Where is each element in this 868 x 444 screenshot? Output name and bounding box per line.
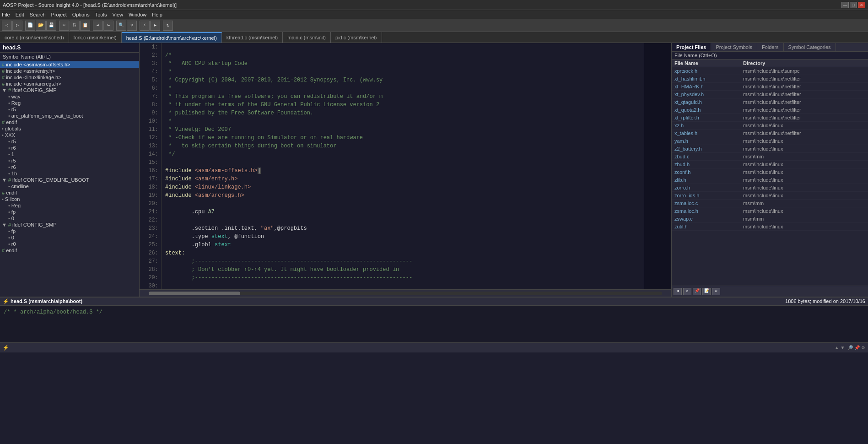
rp-btn-1[interactable]: ◀ <box>674 288 682 295</box>
close-button[interactable]: ✕ <box>858 2 865 8</box>
tree-item-include-linux-linkage[interactable]: # include <linux/linkage.h> <box>0 74 139 81</box>
symbol-tree[interactable]: # include <asm/asm-offsets.h> # include … <box>0 61 139 297</box>
file-row-yam[interactable]: yam.h msm\include\linux <box>672 137 868 145</box>
tab-kthread[interactable]: kthread.c (msm\kernel) <box>222 32 283 43</box>
file-row-xt-rpfilter[interactable]: xt_rpfilter.h msm\include\linux\netfilte… <box>672 114 868 122</box>
tree-item-r0[interactable]: • r0 <box>0 241 139 247</box>
tree-item-endif-3[interactable]: # endif <box>0 247 139 254</box>
rtab-symbol-categories[interactable]: Symbol Categories <box>784 43 836 51</box>
toolbar-fwd-btn[interactable]: ▷ <box>12 21 22 31</box>
file-row-zswap[interactable]: zswap.c msm\mm <box>672 215 868 223</box>
tree-item-cmdline[interactable]: • cmdline <box>0 183 139 190</box>
file-row-zorro-ids[interactable]: zorro_ids.h msm\include\linux <box>672 192 868 200</box>
code-content[interactable]: /* * ARC CPU startup Code * * Copyright … <box>162 43 644 289</box>
menu-project[interactable]: Project <box>51 12 67 17</box>
toolbar-replace-btn[interactable]: ⇄ <box>127 21 137 31</box>
file-row-xz[interactable]: xz.h msm\include\linux <box>672 122 868 130</box>
tree-item-way[interactable]: • way <box>0 93 139 100</box>
menu-file[interactable]: File <box>2 12 10 17</box>
file-row-zbud-c[interactable]: zbud.c msm\mm <box>672 153 868 161</box>
file-row-xt-qtaguid[interactable]: xt_qtaguid.h msm\include\linux\netfilter <box>672 98 868 106</box>
file-row-xt-hmark[interactable]: xt_HMARK.h msm\include\linux\netfilter <box>672 83 868 91</box>
toolbar-save-btn[interactable]: 💾 <box>46 21 56 31</box>
rtab-project-files[interactable]: Project Files <box>672 43 711 51</box>
tree-item-endif-1[interactable]: # endif <box>0 119 139 125</box>
toolbar-back-btn[interactable]: ◁ <box>2 21 12 31</box>
tree-item-reg-1[interactable]: • Reg <box>0 100 139 106</box>
toolbar-copy-btn[interactable]: ⎘ <box>70 21 80 31</box>
toolbar-redo-btn[interactable]: ↪ <box>103 21 113 31</box>
code-scroll-area[interactable]: 1:2:3:4:5: 6:7:8:9:10: 11:12:13:14:15: 1… <box>140 43 671 289</box>
toolbar-find-btn[interactable]: 🔍 <box>116 21 126 31</box>
tab-fork[interactable]: fork.c (msm\kernel) <box>69 32 122 43</box>
file-row-zsmalloc-h[interactable]: zsmalloc.h msm\include\linux <box>672 207 868 215</box>
menu-window[interactable]: Window <box>129 12 146 17</box>
toolbar-undo-btn[interactable]: ↩ <box>93 21 103 31</box>
file-name-control[interactable]: File Name (Ctrl+O) <box>672 52 868 60</box>
tab-main[interactable]: main.c (msm\init) <box>283 32 331 43</box>
rp-btn-2[interactable]: ↺ <box>683 288 691 295</box>
tree-item-fp-1[interactable]: • fp <box>0 209 139 215</box>
menu-options[interactable]: Options <box>72 12 90 17</box>
file-row-zorro[interactable]: zorro.h msm\include\linux <box>672 184 868 192</box>
toolbar-open-btn[interactable]: 📂 <box>36 21 46 31</box>
menu-view[interactable]: View <box>112 12 123 17</box>
tree-item-r5-3[interactable]: • r5 <box>0 157 139 164</box>
tree-item-include-asm-offsets[interactable]: # include <asm/asm-offsets.h> <box>0 61 139 68</box>
file-row-xprtsock[interactable]: xprtsock.h msm\include\linux\sunrpc <box>672 67 868 75</box>
tree-item-reg-2[interactable]: • Reg <box>0 202 139 209</box>
tree-item-include-asm-arcregs[interactable]: # include <asm/arcregs.h> <box>0 81 139 87</box>
toolbar-run-btn[interactable]: ▶ <box>150 21 160 31</box>
tree-item-r6-2[interactable]: • r6 <box>0 164 139 170</box>
rp-btn-4[interactable]: 📝 <box>702 288 711 295</box>
menu-tools[interactable]: Tools <box>95 12 107 17</box>
minimize-button[interactable]: — <box>841 2 849 8</box>
tree-item-fp-2[interactable]: • fp <box>0 228 139 234</box>
tree-item-r5-1[interactable]: • r5 <box>0 106 139 113</box>
tree-item-r6-1[interactable]: • r6 <box>0 145 139 151</box>
file-row-zutil[interactable]: zutil.h msm\include\linux <box>672 223 868 231</box>
menu-help[interactable]: Help <box>152 12 162 17</box>
file-row-zlib[interactable]: zlib.h msm\include\linux <box>672 176 868 184</box>
tree-item-endif-2[interactable]: # endif <box>0 190 139 196</box>
menu-search[interactable]: Search <box>30 12 46 17</box>
tree-item-0-2[interactable]: • 0 <box>0 234 139 241</box>
menu-edit[interactable]: Edit <box>16 12 24 17</box>
tab-core[interactable]: core.c (msm\kernel\sched) <box>0 32 69 43</box>
file-row-zconf[interactable]: zconf.h msm\include\linux <box>672 168 868 176</box>
file-row-zsmalloc-c[interactable]: zsmalloc.c msm\mm <box>672 200 868 207</box>
file-row-xt-quota2[interactable]: xt_quota2.h msm\include\linux\netfilter <box>672 106 868 114</box>
tree-item-xxx[interactable]: • XXX <box>0 132 139 138</box>
rtab-project-symbols[interactable]: Project Symbols <box>711 43 757 51</box>
toolbar-new-btn[interactable]: 📄 <box>25 21 35 31</box>
file-row-zbud-h[interactable]: zbud.h msm\include\linux <box>672 161 868 168</box>
rp-btn-5[interactable]: ⚙ <box>712 288 720 295</box>
horizontal-scrollbar[interactable] <box>140 289 671 297</box>
code-editor[interactable]: 1:2:3:4:5: 6:7:8:9:10: 11:12:13:14:15: 1… <box>140 43 671 297</box>
file-row-xt-physdev[interactable]: xt_physdev.h msm\include\linux\netfilter <box>672 91 868 98</box>
rp-btn-3[interactable]: 📌 <box>693 288 701 295</box>
file-row-z2-battery[interactable]: z2_battery.h msm\include\linux <box>672 145 868 153</box>
tree-item-include-asm-entry[interactable]: # include <asm/entry.h> <box>0 68 139 74</box>
file-list[interactable]: xprtsock.h msm\include\linux\sunrpc xt_h… <box>672 67 868 286</box>
toolbar-paste-btn[interactable]: 📋 <box>80 21 90 31</box>
tree-item-0-1[interactable]: • 0 <box>0 215 139 222</box>
tree-item-globals[interactable]: • globals <box>0 125 139 132</box>
rtab-folders[interactable]: Folders <box>757 43 784 51</box>
toolbar-cut-btn[interactable]: ✂ <box>59 21 69 31</box>
tree-item-1-1[interactable]: • 1 <box>0 151 139 157</box>
tree-item-ifdef-config-smp-2[interactable]: ▼ # ifdef CONFIG_SMP <box>0 222 139 228</box>
tree-item-arc-platform[interactable]: • arc_platform_smp_wait_to_boot <box>0 113 139 119</box>
tab-head[interactable]: head.S (E:\android\msm\arch\arc\kernel) <box>122 32 222 43</box>
toolbar-build-btn[interactable]: ⚡ <box>140 21 150 31</box>
maximize-button[interactable]: □ <box>850 2 857 8</box>
tree-item-ifdef-cmdline[interactable]: ▼ # ifdef CONFIG_CMDLINE_UBOOT <box>0 177 139 183</box>
tree-item-ifdef-config-smp-1[interactable]: ▼ # ifdef CONFIG_SMP <box>0 87 139 93</box>
tab-pid[interactable]: pid.c (msm\kernel) <box>331 32 382 43</box>
tree-item-1b[interactable]: • 1b <box>0 170 139 177</box>
toolbar-sync-btn[interactable]: ↻ <box>163 21 173 31</box>
file-row-x-tables[interactable]: x_tables.h msm\include\linux\netfilter <box>672 130 868 137</box>
tree-item-silicon[interactable]: • Silicon <box>0 196 139 202</box>
file-row-xt-hashlimit[interactable]: xt_hashlimit.h msm\include\linux\netfilt… <box>672 75 868 83</box>
tree-item-r5-2[interactable]: • r5 <box>0 138 139 145</box>
